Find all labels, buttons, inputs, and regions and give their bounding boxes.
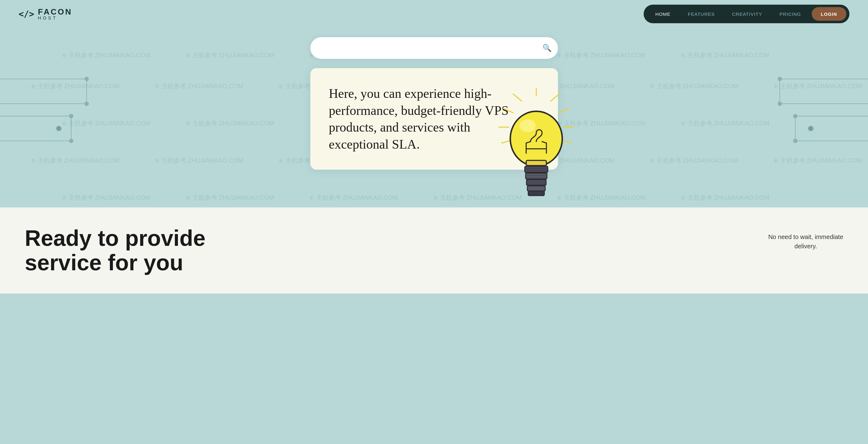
- search-container: Fcconhost 🔍: [310, 37, 558, 59]
- svg-point-7: [85, 102, 89, 106]
- svg-rect-73: [528, 191, 544, 196]
- svg-point-19: [794, 114, 797, 118]
- bottom-right-text: No need to wait, immediatedelivery.: [768, 232, 843, 251]
- svg-rect-71: [526, 180, 546, 185]
- logo[interactable]: </> FACON HOST: [19, 8, 72, 20]
- lightbulb-illustration: [493, 87, 580, 207]
- svg-text:⊕ 主机参考 ZHUJIANKAO.COM: ⊕ 主机参考 ZHUJIANKAO.COM: [774, 157, 862, 164]
- nav-item-home[interactable]: HOME: [647, 5, 679, 23]
- bottom-title: Ready to provide service for you: [25, 226, 744, 275]
- search-input[interactable]: Fcconhost: [321, 44, 542, 52]
- svg-text:⊕ 主机参考 ZHUJIANKAO.COM: ⊕ 主机参考 ZHUJIANKAO.COM: [681, 194, 769, 201]
- svg-point-18: [778, 102, 782, 106]
- svg-text:⊕ 主机参考 ZHUJIANKAO.COM: ⊕ 主机参考 ZHUJIANKAO.COM: [31, 157, 119, 164]
- logo-subname: HOST: [38, 16, 72, 20]
- svg-text:⊕ 主机参考 ZHUJIANKAO.COM: ⊕ 主机参考 ZHUJIANKAO.COM: [774, 83, 862, 89]
- svg-text:⊕ 主机参考 ZHUJIANKAO.COM: ⊕ 主机参考 ZHUJIANKAO.COM: [681, 52, 769, 59]
- svg-text:⊕ 主机参考 ZHUJIANKAO.COM: ⊕ 主机参考 ZHUJIANKAO.COM: [62, 194, 150, 201]
- svg-line-55: [551, 94, 559, 101]
- svg-point-20: [794, 139, 797, 143]
- svg-point-6: [85, 77, 89, 81]
- svg-line-59: [513, 94, 522, 101]
- search-icon[interactable]: 🔍: [542, 43, 552, 52]
- svg-text:⊕ 主机参考 ZHUJIANKAO.COM: ⊕ 主机参考 ZHUJIANKAO.COM: [681, 120, 769, 127]
- logo-icon: </>: [19, 9, 34, 19]
- svg-line-60: [503, 108, 513, 113]
- svg-rect-72: [527, 186, 545, 191]
- bottom-section: Ready to provide service for you No need…: [0, 207, 868, 294]
- svg-rect-69: [525, 166, 548, 173]
- nav-item-pricing[interactable]: PRICING: [771, 5, 810, 23]
- login-button[interactable]: LOGIN: [812, 7, 847, 21]
- svg-rect-70: [525, 173, 547, 179]
- svg-point-9: [69, 139, 73, 143]
- svg-line-56: [559, 108, 569, 113]
- svg-point-64: [519, 119, 535, 132]
- svg-text:⊕ 主机参考 ZHUJIANKAO.COM: ⊕ 主机参考 ZHUJIANKAO.COM: [62, 120, 150, 127]
- nav-item-creativity[interactable]: CREATIVITY: [723, 5, 771, 23]
- svg-point-17: [778, 77, 782, 81]
- svg-text:⊕ 主机参考 ZHUJIANKAO.COM: ⊕ 主机参考 ZHUJIANKAO.COM: [31, 83, 119, 89]
- logo-name: FACON: [38, 8, 72, 16]
- main-nav: HOME FEATURES CREATIVITY PRICING LOGIN: [644, 5, 849, 23]
- svg-point-21: [808, 126, 813, 131]
- svg-rect-68: [526, 160, 546, 166]
- svg-point-8: [69, 114, 73, 118]
- svg-point-63: [510, 111, 562, 166]
- nav-item-features[interactable]: FEATURES: [679, 5, 723, 23]
- svg-point-10: [56, 126, 61, 131]
- svg-text:⊕ 主机参考 ZHUJIANKAO.COM: ⊕ 主机参考 ZHUJIANKAO.COM: [62, 52, 150, 59]
